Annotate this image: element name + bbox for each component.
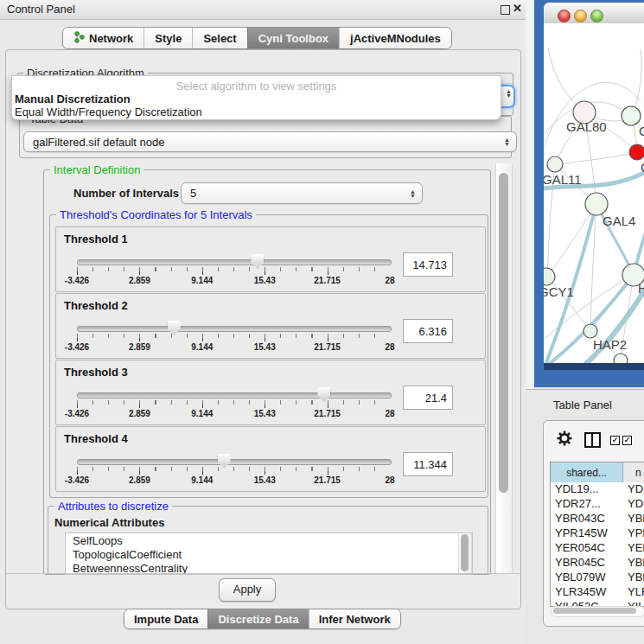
- table-row[interactable]: YBR045CYBR0: [551, 556, 644, 571]
- tab-network[interactable]: Network: [63, 28, 143, 48]
- network-node[interactable]: [547, 156, 563, 172]
- attribute-list-item[interactable]: SelfLoops: [66, 533, 472, 547]
- gear-icon[interactable]: [556, 430, 573, 450]
- viewport-divider: [6, 573, 520, 574]
- bottom-tab-bar: Impute Data Discretize Data Infer Networ…: [124, 609, 401, 629]
- dropdown-option-manual-discretization[interactable]: Manual Discretization: [14, 92, 499, 105]
- threshold-value-field[interactable]: 6.316: [403, 319, 453, 343]
- table-cell[interactable]: YBL0: [623, 571, 644, 585]
- apply-button[interactable]: Apply: [219, 578, 276, 602]
- tab-label: Select: [203, 32, 236, 45]
- table-data-combobox[interactable]: galFiltered.sif default node ▲▼: [23, 131, 517, 152]
- threshold-value-field[interactable]: 11.344: [403, 452, 453, 476]
- node-table: shared... n YDL19...YDL1YDR27...YDR2YBR0…: [550, 462, 644, 607]
- network-canvas-shadow: [544, 363, 644, 370]
- numerical-attributes-list: SelfLoopsTopologicalCoefficientBetweenne…: [65, 532, 473, 575]
- slider-tick-labels: -3.4262.8599.14415.4321.71528: [77, 475, 390, 488]
- threshold-slider: -3.4262.8599.14415.4321.71528: [77, 253, 393, 290]
- num-intervals-combobox[interactable]: 5 ▲▼: [181, 182, 423, 204]
- table-cell[interactable]: YDR27...: [551, 497, 623, 512]
- attribute-list-item[interactable]: TopologicalCoefficient: [66, 547, 472, 561]
- table-row[interactable]: YPR145WYPR1: [551, 526, 644, 541]
- app-root: Control Panel ✕ Network Style Select Cyn…: [0, 0, 644, 644]
- table-row[interactable]: YDR27...YDR2: [551, 497, 644, 512]
- slider-tick-labels: -3.4262.8599.14415.4321.71528: [77, 409, 390, 421]
- threshold-value-field[interactable]: 14.713: [403, 252, 453, 277]
- network-node[interactable]: [583, 324, 597, 338]
- checkbox-checked-icon[interactable]: ✓: [622, 436, 632, 445]
- dropdown-option-equal-width-frequency[interactable]: Equal Width/Frequency Discretization: [14, 105, 499, 118]
- thresholds-group-title: Threshold's Coordinates for 5 Intervals: [56, 208, 256, 221]
- table-row[interactable]: YBR043CYBR0: [551, 512, 644, 526]
- table-cell[interactable]: YER0: [623, 541, 644, 556]
- table-cell[interactable]: YER054C: [551, 541, 623, 556]
- tab-style[interactable]: Style: [143, 28, 192, 48]
- table-hscrollbar-thumb[interactable]: [553, 608, 636, 614]
- table-cell[interactable]: YBL079W: [551, 571, 623, 585]
- network-node[interactable]: [622, 106, 641, 125]
- table-cell[interactable]: YBR045C: [551, 556, 623, 571]
- column-header-name[interactable]: n: [623, 462, 644, 482]
- slider-track[interactable]: [77, 392, 392, 399]
- float-window-icon[interactable]: [501, 5, 510, 15]
- algorithm-dropdown-popup: Select algorithm to view settings Manual…: [11, 75, 501, 120]
- slider-tick-label: -3.426: [65, 276, 89, 285]
- table-cell[interactable]: YBR0: [623, 512, 644, 526]
- table-row[interactable]: YDL19...YDL1: [551, 482, 644, 497]
- close-icon[interactable]: ✕: [513, 2, 522, 15]
- network-node[interactable]: [544, 268, 555, 285]
- slider-tick-label: 28: [385, 276, 394, 285]
- table-row[interactable]: YER054CYER0: [551, 541, 644, 556]
- table-cell[interactable]: YDL1: [623, 482, 644, 497]
- settings-scrollbar-track[interactable]: [495, 163, 513, 573]
- table-cell[interactable]: YLR3: [623, 585, 644, 600]
- table-header-row: shared... n: [551, 462, 644, 482]
- network-canvas[interactable]: GAL80GCGAL11GAL4GCY1HHAP2: [544, 23, 644, 363]
- threshold-slider: -3.4262.8599.14415.4321.71528: [77, 453, 393, 489]
- tab-jactivemnodules[interactable]: jActiveMNodules: [339, 28, 451, 48]
- slider-tick-label: 2.859: [129, 475, 150, 485]
- slider-tick-label: 21.715: [314, 276, 341, 285]
- tab-select[interactable]: Select: [192, 28, 246, 48]
- slider-track[interactable]: [77, 326, 392, 332]
- slider-tick-label: 15.43: [254, 475, 276, 485]
- table-cell[interactable]: YBR043C: [551, 512, 623, 526]
- threshold-1-panel: Threshold 1 -3.4262.8599.14415.4321.7152…: [55, 226, 486, 292]
- close-traffic-light-icon[interactable]: [558, 10, 571, 22]
- split-columns-icon[interactable]: [584, 432, 601, 448]
- table-cell[interactable]: YBR0: [623, 556, 644, 571]
- tab-impute-data[interactable]: Impute Data: [124, 609, 207, 628]
- zoom-traffic-light-icon[interactable]: [590, 10, 603, 22]
- settings-scrollbar-thumb[interactable]: [499, 173, 508, 493]
- network-window-titlebar[interactable]: [544, 3, 644, 24]
- table-cell[interactable]: YDL19...: [551, 482, 623, 497]
- network-node[interactable]: [629, 144, 644, 160]
- interval-definition-title: Interval Definition: [50, 163, 143, 176]
- threshold-value-field[interactable]: 21.4: [403, 386, 453, 410]
- checkbox-checked-icon[interactable]: ✓: [610, 436, 620, 445]
- column-header-shared-name[interactable]: shared...: [551, 462, 623, 482]
- slider-track[interactable]: [77, 259, 392, 265]
- tab-discretize-data[interactable]: Discretize Data: [207, 609, 308, 628]
- attributes-scrollbar-thumb[interactable]: [461, 534, 469, 571]
- table-cell[interactable]: YPR1: [623, 526, 644, 541]
- table-cell[interactable]: YDR2: [623, 497, 644, 512]
- slider-track[interactable]: [77, 459, 392, 465]
- tab-label: Network: [89, 32, 133, 45]
- control-panel-titlebar: Control Panel: [0, 0, 526, 20]
- table-row[interactable]: YBL079WYBL0: [551, 571, 644, 585]
- network-node[interactable]: [614, 354, 628, 363]
- table-data-value: galFiltered.sif default node: [33, 136, 164, 149]
- attributes-scrollbar-track[interactable]: [458, 533, 472, 574]
- minimize-traffic-light-icon[interactable]: [574, 10, 587, 22]
- tab-infer-network[interactable]: Infer Network: [309, 609, 400, 628]
- threshold-label: Threshold 2: [64, 299, 128, 312]
- tab-cyni-toolbox[interactable]: Cyni Toolbox: [247, 28, 339, 48]
- num-intervals-label: Number of Intervals: [73, 187, 179, 200]
- table-cell[interactable]: YPR145W: [551, 526, 623, 541]
- network-node-label: G: [639, 124, 644, 138]
- table-cell[interactable]: YLR345W: [551, 585, 623, 600]
- network-node[interactable]: [585, 193, 608, 215]
- table-row[interactable]: YLR345WYLR3: [551, 585, 644, 600]
- table-hscrollbar-track[interactable]: [551, 606, 644, 617]
